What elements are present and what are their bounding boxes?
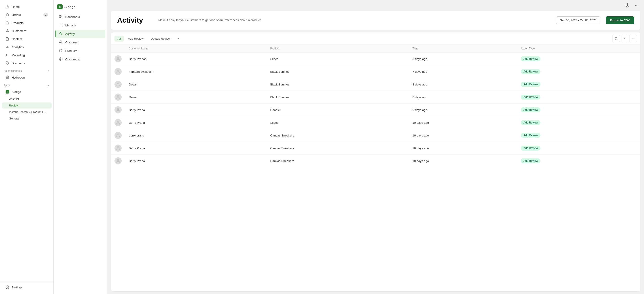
row-product: Black Sunnies	[267, 65, 409, 78]
action-badge[interactable]: Add Review	[521, 146, 540, 151]
row-customer: Berry Pranaa	[125, 53, 267, 65]
sidebar-label-settings: Settings	[12, 286, 22, 289]
sub-sidebar-label-activity: Activity	[65, 32, 75, 36]
row-customer: berry prana	[125, 129, 267, 142]
products-icon	[5, 21, 10, 25]
row-product: Canvas Sneakers	[267, 155, 409, 167]
svg-point-24	[636, 5, 637, 6]
row-customer: hamdan awaludin	[125, 65, 267, 78]
action-badge[interactable]: Add Review	[521, 120, 540, 125]
sidebar-sub-item-instant-search[interactable]: Instant Search & Product F...	[2, 109, 52, 115]
svg-point-1	[7, 30, 8, 31]
sub-sidebar-item-customize[interactable]: Customize	[56, 55, 105, 63]
sidebar-item-customers[interactable]: Customers	[2, 27, 52, 35]
action-badge[interactable]: Add Review	[521, 133, 540, 138]
filter-tab-all[interactable]: All	[114, 36, 124, 42]
sidebar-item-content[interactable]: Content	[2, 35, 52, 43]
more-button[interactable]	[633, 2, 640, 9]
svg-rect-11	[61, 15, 62, 16]
pin-button[interactable]	[624, 2, 631, 9]
row-action: Add Review	[517, 142, 640, 155]
action-badge[interactable]: Add Review	[521, 82, 540, 87]
row-action: Add Review	[517, 104, 640, 116]
row-product: Black Sunnies	[267, 91, 409, 104]
row-time: 9 days ago	[409, 104, 518, 116]
row-action: Add Review	[517, 155, 640, 167]
filter-tab-plus[interactable]: +	[174, 36, 182, 42]
sub-sidebar-item-manage[interactable]: Manage	[56, 21, 105, 29]
sidebar-sub-item-review[interactable]: Review	[2, 103, 52, 109]
sidebar-item-orders[interactable]: Orders 1	[2, 11, 52, 19]
date-range-button[interactable]: Sep 06, 2023 - Oct 06, 2023	[556, 16, 600, 24]
sidebar-label-marketing: Marketing	[12, 54, 25, 57]
svg-point-25	[638, 5, 638, 6]
orders-icon	[5, 13, 10, 17]
hydrogen-icon	[5, 75, 10, 79]
row-time: 10 days ago	[409, 155, 518, 167]
row-avatar	[111, 78, 125, 91]
app-body: S Sledge Dashboard Manage Activity	[54, 0, 644, 294]
activity-icon	[59, 32, 63, 36]
sort-button[interactable]	[629, 35, 637, 42]
filter-bar: All Add Review Update Review +	[111, 33, 640, 45]
table-row: berry prana Canvas Sneakers 10 days ago …	[111, 129, 640, 142]
sidebar-item-hydrogen[interactable]: Hydrogen	[2, 74, 52, 81]
sidebar-item-sledge[interactable]: S Sledge	[2, 88, 52, 96]
customers-icon	[5, 29, 10, 33]
svg-point-20	[60, 41, 61, 42]
table-row: Berry Prana Canvas Sneakers 10 days ago …	[111, 142, 640, 155]
dashboard-icon	[59, 15, 63, 19]
action-badge[interactable]: Add Review	[521, 158, 540, 163]
filter-tab-update-review[interactable]: Update Review	[148, 36, 174, 42]
analytics-icon	[5, 45, 10, 49]
activity-header-card: Activity Make it easy for your customers…	[111, 11, 640, 30]
sidebar-sub-item-general[interactable]: General	[2, 115, 52, 122]
svg-point-33	[118, 70, 119, 72]
sidebar-item-home[interactable]: Home	[2, 3, 52, 11]
apps-section: Apps	[0, 81, 54, 88]
marketing-icon	[5, 53, 10, 57]
action-badge[interactable]: Add Review	[521, 95, 540, 100]
table-card: All Add Review Update Review +	[111, 33, 640, 291]
row-avatar	[111, 53, 125, 65]
sidebar-item-settings[interactable]: Settings	[2, 283, 52, 291]
col-customer-name: Customer Name	[125, 45, 267, 53]
table-row: Berry Prana Hoodie 9 days ago Add Review	[111, 104, 640, 116]
table-row: hamdan awaludin Black Sunnies 7 days ago…	[111, 65, 640, 78]
sidebar-item-products[interactable]: Products	[2, 19, 52, 27]
sidebar-item-marketing[interactable]: Marketing	[2, 51, 52, 59]
sidebar-label-discounts: Discounts	[12, 62, 25, 65]
row-avatar	[111, 65, 125, 78]
search-filter-button[interactable]	[612, 35, 620, 42]
svg-rect-12	[61, 17, 62, 18]
sidebar-sub-item-wishlist[interactable]: Wishlist	[2, 96, 52, 102]
sub-sidebar-label-products: Products	[65, 49, 77, 53]
orders-badge: 1	[44, 13, 48, 17]
sub-sidebar-item-products[interactable]: Products	[56, 47, 105, 55]
sub-sidebar-item-activity[interactable]: Activity	[56, 30, 105, 38]
row-action: Add Review	[517, 78, 640, 91]
row-time: 3 days ago	[409, 53, 518, 65]
row-product: Canvas Sneakers	[267, 142, 409, 155]
row-customer: Berry Prana	[125, 155, 267, 167]
action-badge[interactable]: Add Review	[521, 69, 540, 74]
row-customer: Devan	[125, 91, 267, 104]
sidebar-label-general: General	[9, 117, 19, 120]
row-avatar	[111, 129, 125, 142]
sub-sidebar-item-customer[interactable]: Customer	[56, 38, 105, 46]
svg-rect-0	[7, 14, 8, 14]
column-filter-button[interactable]	[621, 35, 628, 42]
table-row: Berry Prana Slides 10 days ago Add Revie…	[111, 116, 640, 129]
svg-point-34	[118, 83, 119, 84]
export-csv-button[interactable]: Export to CSV	[606, 16, 634, 24]
filter-tab-add-review[interactable]: Add Review	[125, 36, 146, 42]
sub-sidebar-label-customize: Customize	[65, 58, 80, 61]
sub-sidebar-item-dashboard[interactable]: Dashboard	[56, 13, 105, 21]
action-badge[interactable]: Add Review	[521, 56, 540, 61]
row-action: Add Review	[517, 53, 640, 65]
sidebar-item-discounts[interactable]: Discounts	[2, 59, 52, 67]
sidebar-item-analytics[interactable]: Analytics	[2, 43, 52, 51]
action-badge[interactable]: Add Review	[521, 107, 540, 112]
svg-point-32	[118, 57, 119, 59]
row-avatar	[111, 142, 125, 155]
